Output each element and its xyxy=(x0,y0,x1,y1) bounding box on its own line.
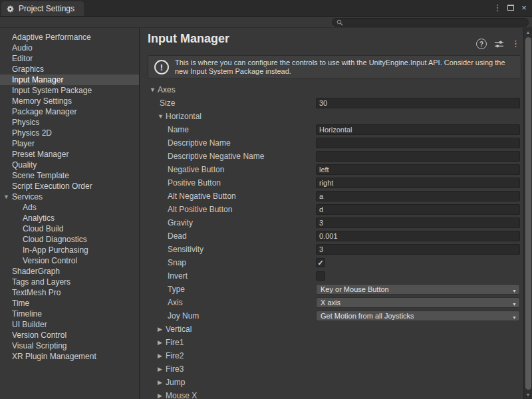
foldout-arrow-icon[interactable]: ▶ xyxy=(158,366,166,372)
text-field-sensitivity[interactable]: 3 xyxy=(316,244,520,255)
sidebar-item-input-manager[interactable]: Input Manager xyxy=(0,74,139,85)
foldout-arrow-icon[interactable]: ▶ xyxy=(158,352,166,359)
property-row-mouse-x: ▶Mouse X xyxy=(140,389,523,399)
property-row-horizontal: ▼Horizontal xyxy=(140,110,523,123)
page-title: Input Manager xyxy=(148,32,523,46)
vertical-scrollbar[interactable]: ▲ ▼ xyxy=(523,28,532,399)
sidebar-item-ads[interactable]: Ads xyxy=(0,202,139,213)
sidebar-item-label: Version Control xyxy=(12,331,66,340)
sidebar-item-scene-template[interactable]: Scene Template xyxy=(0,170,139,181)
sidebar-item-label: TextMesh Pro xyxy=(12,288,61,297)
sidebar-item-version-control[interactable]: Version Control xyxy=(0,330,139,340)
foldout-arrow-icon[interactable]: ▼ xyxy=(158,113,166,120)
checkbox-snap[interactable]: ✓ xyxy=(316,258,325,267)
text-field-gravity[interactable]: 3 xyxy=(316,217,520,228)
sidebar-item-tags-and-layers[interactable]: Tags and Layers xyxy=(0,277,139,287)
window-menu-icon[interactable]: ⋮ xyxy=(491,1,504,15)
text-field-negative-button[interactable]: left xyxy=(316,164,520,175)
text-field-name[interactable]: Horizontal xyxy=(316,124,520,135)
sidebar-item-analytics[interactable]: Analytics xyxy=(0,213,139,223)
text-field-size[interactable]: 30 xyxy=(316,98,520,108)
foldout-arrow-icon[interactable]: ▼ xyxy=(150,86,158,93)
property-row-snap: Snap✓ xyxy=(140,256,523,269)
help-text: This is where you can configure the cont… xyxy=(175,59,515,76)
help-icon[interactable]: ? xyxy=(476,39,487,49)
sidebar-item-adaptive-performance[interactable]: Adaptive Performance xyxy=(0,32,139,43)
sidebar-item-label: Physics xyxy=(12,118,39,127)
checkbox-invert[interactable] xyxy=(316,271,325,281)
property-label: Joy Num xyxy=(168,311,199,321)
text-field-alt-positive-button[interactable]: d xyxy=(316,204,520,215)
sidebar-item-services[interactable]: ▼Services xyxy=(0,192,139,202)
dropdown-joy-num[interactable]: Get Motion from all Joysticks▼ xyxy=(316,311,520,321)
foldout-arrow-icon[interactable]: ▼ xyxy=(3,194,12,200)
dropdown-value: Key or Mouse Button xyxy=(321,285,389,293)
sidebar-item-xr-plugin-management[interactable]: XR Plugin Management xyxy=(0,351,139,362)
sidebar-item-label: Player xyxy=(12,139,35,148)
maximize-icon[interactable] xyxy=(504,1,517,15)
property-row-descriptive-negative-name: Descriptive Negative Name xyxy=(140,150,523,163)
dropdown-type[interactable]: Key or Mouse Button▼ xyxy=(316,284,520,295)
property-label: Fire1 xyxy=(166,338,184,347)
sidebar-item-player[interactable]: Player xyxy=(0,138,139,149)
header-icons: ? ⋮ xyxy=(476,39,520,49)
sidebar-item-shadergraph[interactable]: ShaderGraph xyxy=(0,266,139,277)
text-field-descriptive-negative-name[interactable] xyxy=(316,151,520,162)
window-title: Project Settings xyxy=(19,4,74,13)
sidebar-item-input-system-package[interactable]: Input System Package xyxy=(0,85,139,96)
scroll-up-icon[interactable]: ▲ xyxy=(524,28,532,37)
info-helpbox: ! This is where you can configure the co… xyxy=(148,55,521,79)
property-label: Horizontal xyxy=(166,112,201,121)
sidebar-item-label: UI Builder xyxy=(12,320,47,329)
search-input[interactable] xyxy=(346,19,524,27)
window-tab-project-settings[interactable]: Project Settings xyxy=(1,1,84,16)
main-header: Input Manager ? ⋮ xyxy=(140,32,523,52)
sidebar-item-textmesh-pro[interactable]: TextMesh Pro xyxy=(0,287,139,298)
sidebar-item-cloud-diagnostics[interactable]: Cloud Diagnostics xyxy=(0,234,139,245)
more-menu-icon[interactable]: ⋮ xyxy=(511,39,520,49)
text-field-alt-negative-button[interactable]: a xyxy=(316,191,520,201)
text-field-dead[interactable]: 0.001 xyxy=(316,231,520,241)
sidebar-item-timeline[interactable]: Timeline xyxy=(0,309,139,319)
preset-icon[interactable] xyxy=(494,40,504,49)
sidebar-item-quality[interactable]: Quality xyxy=(0,160,139,170)
sidebar-item-ui-builder[interactable]: UI Builder xyxy=(0,319,139,330)
sidebar-item-physics[interactable]: Physics xyxy=(0,117,139,128)
close-icon[interactable]: × xyxy=(517,1,531,15)
sidebar-item-visual-scripting[interactable]: Visual Scripting xyxy=(0,340,139,351)
dropdown-arrow-icon: ▼ xyxy=(512,300,517,308)
sidebar-item-cloud-build[interactable]: Cloud Build xyxy=(0,223,139,234)
property-label: Descriptive Name xyxy=(168,138,231,148)
foldout-arrow-icon[interactable]: ▶ xyxy=(158,392,166,399)
sidebar-item-preset-manager[interactable]: Preset Manager xyxy=(0,149,139,160)
sidebar-item-label: Graphics xyxy=(12,65,44,74)
scroll-down-icon[interactable]: ▼ xyxy=(524,390,532,399)
property-row-dead: Dead0.001 xyxy=(140,229,523,243)
property-row-alt-negative-button: Alt Negative Buttona xyxy=(140,190,523,203)
sidebar-item-graphics[interactable]: Graphics xyxy=(0,64,139,74)
search-box[interactable] xyxy=(332,18,529,27)
sidebar-item-label: Ads xyxy=(23,203,37,212)
sidebar-item-package-manager[interactable]: Package Manager xyxy=(0,106,139,117)
sidebar-item-label: Scene Template xyxy=(12,171,69,180)
properties-list: ▼AxesSize30▼HorizontalNameHorizontalDesc… xyxy=(140,83,523,399)
property-label: Alt Positive Button xyxy=(168,205,232,214)
sidebar-item-time[interactable]: Time xyxy=(0,298,139,309)
sidebar-item-script-execution-order[interactable]: Script Execution Order xyxy=(0,181,139,192)
property-row-vertical: ▶Vertical xyxy=(140,323,523,336)
foldout-arrow-icon[interactable]: ▶ xyxy=(158,326,166,332)
sidebar-item-in-app-purchasing[interactable]: In-App Purchasing xyxy=(0,245,139,255)
sidebar-item-label: Script Execution Order xyxy=(12,182,92,191)
foldout-arrow-icon[interactable]: ▶ xyxy=(158,379,166,386)
search-icon xyxy=(336,19,343,26)
scrollbar-thumb[interactable] xyxy=(525,37,531,390)
sidebar-item-audio[interactable]: Audio xyxy=(0,43,139,53)
sidebar-item-physics-2d[interactable]: Physics 2D xyxy=(0,128,139,138)
sidebar-item-memory-settings[interactable]: Memory Settings xyxy=(0,96,139,106)
sidebar-item-editor[interactable]: Editor xyxy=(0,53,139,64)
foldout-arrow-icon[interactable]: ▶ xyxy=(158,339,166,346)
text-field-descriptive-name[interactable] xyxy=(316,138,520,148)
dropdown-axis[interactable]: X axis▼ xyxy=(316,297,520,308)
sidebar-item-version-control[interactable]: Version Control xyxy=(0,255,139,266)
text-field-positive-button[interactable]: right xyxy=(316,178,520,188)
